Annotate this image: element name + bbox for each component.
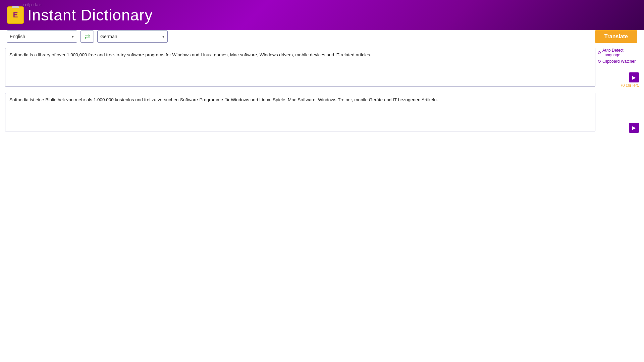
source-lang-select[interactable]: English Auto Detect French Spanish Germa… — [7, 31, 77, 43]
app-title: Instant Dictionary — [28, 6, 153, 24]
source-textarea[interactable] — [5, 48, 595, 86]
logo-letter: E — [13, 11, 18, 19]
output-bottom-controls: ▶ — [598, 123, 639, 133]
auto-detect-link[interactable]: Auto Detect Language — [598, 48, 639, 57]
output-options-spacer — [598, 93, 639, 123]
source-options: Auto Detect Language Clipboard Watcher — [598, 48, 639, 72]
logo-icon: E — [7, 6, 24, 24]
source-play-button[interactable]: ▶ — [629, 72, 639, 82]
output-play-icon: ▶ — [632, 125, 636, 130]
swap-icon: ⇄ — [85, 33, 90, 40]
target-lang-wrapper: German English French Spanish Italian — [97, 31, 168, 43]
swap-button[interactable]: ⇄ — [80, 31, 94, 43]
auto-detect-dot — [598, 51, 601, 54]
app-header: E softpedia.c Instant Dictionary — [0, 0, 644, 30]
char-count: 70 chr left. — [598, 83, 639, 88]
target-lang-select[interactable]: German English French Spanish Italian — [97, 31, 168, 43]
source-bottom-controls: ▶ 70 chr left. — [598, 72, 639, 88]
output-right-controls: ▶ — [595, 93, 639, 133]
auto-detect-label: Auto Detect Language — [602, 48, 639, 57]
clipboard-watcher-link[interactable]: Clipboard Watcher — [598, 59, 639, 64]
main-content: English Auto Detect French Spanish Germa… — [0, 30, 644, 133]
source-play-icon: ▶ — [632, 75, 636, 80]
source-text-wrapper — [5, 48, 595, 88]
clipboard-watcher-label: Clipboard Watcher — [602, 59, 636, 64]
input-section: Auto Detect Language Clipboard Watcher ▶… — [5, 48, 639, 88]
clipboard-watcher-dot — [598, 60, 601, 63]
output-section: ▶ — [5, 93, 639, 133]
translate-button[interactable]: Translate — [595, 30, 637, 43]
source-right-controls: Auto Detect Language Clipboard Watcher ▶… — [595, 48, 639, 88]
softpedia-label: softpedia.c — [23, 3, 41, 7]
output-play-button[interactable]: ▶ — [629, 123, 639, 133]
controls-row: English Auto Detect French Spanish Germa… — [5, 30, 639, 43]
logo-area: E softpedia.c Instant Dictionary — [7, 6, 153, 24]
output-textarea[interactable] — [5, 93, 595, 131]
output-text-wrapper — [5, 93, 595, 133]
source-lang-wrapper: English Auto Detect French Spanish Germa… — [7, 31, 77, 43]
